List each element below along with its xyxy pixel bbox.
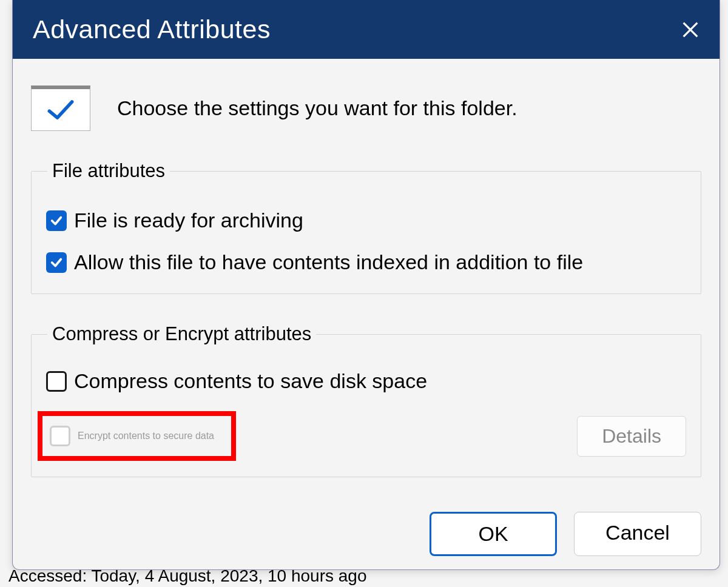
compress-encrypt-group: Compress or Encrypt attributes Compress … (31, 323, 701, 477)
titlebar: Advanced Attributes (13, 0, 720, 59)
archiving-checkbox[interactable] (46, 210, 67, 231)
intro-text: Choose the settings you want for this fo… (117, 96, 517, 120)
encrypt-highlight: Encrypt contents to secure data (38, 411, 236, 461)
cancel-button[interactable]: Cancel (574, 512, 701, 556)
close-icon[interactable] (679, 19, 701, 41)
indexing-label: Allow this file to have contents indexed… (74, 250, 583, 274)
dialog-title: Advanced Attributes (33, 15, 271, 44)
details-button: Details (577, 416, 686, 457)
compress-encrypt-legend: Compress or Encrypt attributes (47, 323, 316, 345)
dialog-button-row: OK Cancel (13, 512, 720, 569)
encrypt-label: Encrypt contents to secure data (78, 431, 214, 441)
dialog-content: Choose the settings you want for this fo… (13, 59, 720, 512)
compress-label: Compress contents to save disk space (74, 369, 427, 393)
folder-settings-icon (31, 86, 90, 131)
compress-row: Compress contents to save disk space (46, 369, 686, 393)
archiving-row: File is ready for archiving (46, 209, 686, 232)
archiving-label: File is ready for archiving (74, 209, 303, 232)
advanced-attributes-dialog: Advanced Attributes Choose the settings … (12, 0, 720, 570)
compress-checkbox[interactable] (46, 371, 67, 392)
encrypt-row: Encrypt contents to secure data Details (46, 411, 686, 461)
indexing-checkbox[interactable] (46, 252, 67, 273)
file-attributes-legend: File attributes (47, 160, 170, 182)
indexing-row: Allow this file to have contents indexed… (46, 250, 686, 274)
file-attributes-group: File attributes File is ready for archiv… (31, 160, 701, 294)
encrypt-checkbox (50, 426, 70, 446)
intro-row: Choose the settings you want for this fo… (31, 86, 701, 131)
ok-button[interactable]: OK (430, 512, 557, 556)
